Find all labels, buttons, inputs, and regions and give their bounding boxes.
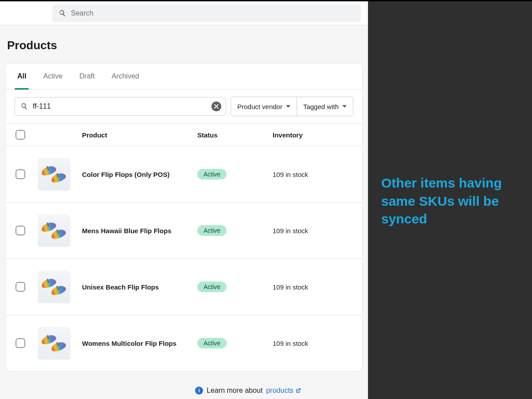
select-all-checkbox[interactable] bbox=[16, 130, 25, 140]
topbar bbox=[0, 1, 368, 25]
inventory-value: 109 in stock bbox=[273, 171, 352, 178]
table-row[interactable]: Unisex Beach Flip Flops Active 109 in st… bbox=[6, 259, 362, 315]
col-product-header[interactable]: Product bbox=[82, 131, 197, 139]
product-thumbnail bbox=[38, 214, 70, 247]
chevron-down-icon bbox=[342, 105, 347, 108]
search-icon bbox=[59, 9, 66, 17]
tabs: All Active Draft Archived bbox=[6, 63, 362, 90]
tab-archived[interactable]: Archived bbox=[111, 63, 140, 89]
table-row[interactable]: Womens Multicolor Flip Flops Active 109 … bbox=[6, 315, 362, 371]
filter-row: Product vendor Tagged with bbox=[6, 90, 362, 123]
annotation-text: Other items having same SKUs will be syn… bbox=[381, 174, 519, 228]
table-header: Product Status Inventory bbox=[6, 123, 362, 146]
product-name[interactable]: Unisex Beach Flip Flops bbox=[82, 283, 184, 291]
global-search-wrap[interactable] bbox=[52, 4, 361, 22]
info-icon: i bbox=[195, 387, 203, 395]
learn-more-footer: i Learn more about products bbox=[5, 372, 363, 399]
filter-search-wrap[interactable] bbox=[15, 97, 226, 116]
global-search-input[interactable] bbox=[71, 9, 355, 17]
products-card: All Active Draft Archived Product vendor bbox=[5, 63, 363, 372]
filter-vendor-button[interactable]: Product vendor bbox=[231, 97, 297, 116]
product-thumbnail bbox=[38, 158, 70, 191]
page-body: Products All Active Draft Archived bbox=[0, 25, 368, 399]
search-icon bbox=[20, 102, 28, 110]
status-badge: Active bbox=[197, 338, 227, 348]
page-title: Products bbox=[7, 39, 363, 52]
table-row[interactable]: Mens Hawaii Blue Flip Flops Active 109 i… bbox=[6, 203, 362, 259]
tab-all[interactable]: All bbox=[16, 63, 27, 89]
col-inventory-header[interactable]: Inventory bbox=[273, 131, 352, 139]
product-name[interactable]: Mens Hawaii Blue Flip Flops bbox=[82, 227, 184, 235]
product-name[interactable]: Womens Multicolor Flip Flops bbox=[82, 340, 184, 347]
external-link-icon bbox=[295, 387, 301, 394]
filter-vendor-label: Product vendor bbox=[237, 103, 282, 110]
filter-search-input[interactable] bbox=[33, 102, 207, 110]
chevron-down-icon bbox=[286, 105, 290, 108]
table-row[interactable]: Color Flip Flops (Only POS) Active 109 i… bbox=[6, 146, 362, 203]
close-icon bbox=[214, 104, 219, 109]
filter-tagged-button[interactable]: Tagged with bbox=[297, 97, 353, 116]
col-status-header[interactable]: Status bbox=[197, 131, 273, 139]
learn-more-link[interactable]: products bbox=[266, 387, 301, 395]
annotation-panel: Other items having same SKUs will be syn… bbox=[368, 1, 532, 399]
inventory-value: 109 in stock bbox=[273, 227, 352, 235]
learn-more-link-text: products bbox=[266, 387, 293, 395]
filter-group: Product vendor Tagged with bbox=[231, 97, 353, 116]
row-checkbox[interactable] bbox=[16, 338, 25, 348]
row-checkbox[interactable] bbox=[16, 169, 25, 179]
product-thumbnail bbox=[38, 270, 70, 303]
app-panel: Products All Active Draft Archived bbox=[0, 1, 368, 399]
clear-filter-button[interactable] bbox=[211, 102, 221, 111]
status-badge: Active bbox=[197, 282, 227, 292]
product-thumbnail bbox=[38, 327, 70, 360]
status-badge: Active bbox=[197, 225, 227, 236]
row-checkbox[interactable] bbox=[16, 226, 25, 235]
learn-more-prefix: Learn more about bbox=[207, 387, 262, 395]
inventory-value: 109 in stock bbox=[273, 340, 352, 347]
tab-draft[interactable]: Draft bbox=[78, 63, 96, 89]
inventory-value: 109 in stock bbox=[273, 283, 352, 291]
tab-active[interactable]: Active bbox=[42, 63, 63, 89]
row-checkbox[interactable] bbox=[16, 282, 25, 292]
status-badge: Active bbox=[197, 169, 227, 180]
filter-tagged-label: Tagged with bbox=[303, 103, 339, 110]
product-name[interactable]: Color Flip Flops (Only POS) bbox=[82, 171, 184, 178]
